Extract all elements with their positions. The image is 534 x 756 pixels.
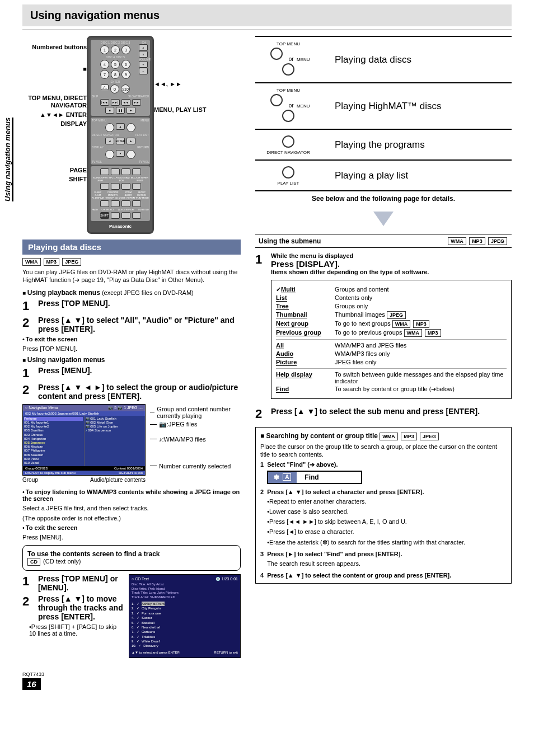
remote-brand: Panasonic bbox=[91, 223, 150, 230]
search-box: ■ Searching by content or group title WM… bbox=[255, 427, 512, 584]
mode-title: Playing data discs bbox=[335, 54, 411, 65]
step-text: Press [▲ ▼] to select the sub menu and p… bbox=[271, 407, 512, 416]
step-number: 2 bbox=[22, 383, 38, 397]
remote-diagram: Numbered buttons ■ TOP MENU, DIRECT NAVI… bbox=[22, 36, 241, 234]
enjoy-head: To enjoy listening to WMA/MP3 contents w… bbox=[22, 489, 240, 502]
step-number: 1 bbox=[255, 252, 271, 267]
annot-top: Group and content number currently playi… bbox=[157, 406, 241, 419]
step-text: Press [▲ ▼] to move through the tracks a… bbox=[38, 594, 123, 621]
exit-text: Press [MENU]. bbox=[22, 533, 241, 541]
page-number: 16 bbox=[22, 678, 41, 690]
badge-jpeg: JPEG bbox=[420, 433, 439, 440]
badge-wma: WMA bbox=[22, 258, 41, 266]
remote-label-arrows: ▲▼◄► ENTER bbox=[22, 111, 87, 119]
exit-head: To exit the screen bbox=[26, 524, 78, 531]
annot-bottom: Number currently selected bbox=[159, 463, 231, 469]
step-text: Press [▲ ▼] to select "All", "Audio" or … bbox=[38, 316, 241, 334]
submenu-item-desc: WMA/MP3 files only bbox=[335, 350, 507, 357]
submenu-item-label: Previous group bbox=[276, 329, 335, 336]
enjoy-l2: (The opposite order is not effective.) bbox=[22, 514, 241, 522]
badge-mp3: MP3 bbox=[44, 258, 60, 266]
submenu-item-desc: To go to next groups WMA MP3 bbox=[335, 320, 507, 328]
badge-wma: WMA bbox=[448, 237, 466, 245]
submenu-item-label: Tree bbox=[276, 303, 335, 310]
step-text: Press [▲ ▼ ◄ ►] to select the group or a… bbox=[38, 383, 241, 401]
submenu-item-label: Help display bbox=[276, 371, 335, 378]
see-below-text: See below and the following page for det… bbox=[255, 190, 512, 212]
step-number: 2 bbox=[255, 407, 271, 421]
submenu-item-label: Next group bbox=[276, 320, 335, 327]
submenu-item-label: All bbox=[276, 342, 335, 349]
submenu-item-desc: To go to previous groups WMA MP3 bbox=[335, 329, 507, 337]
badge-jpeg: JPEG bbox=[488, 237, 507, 245]
intro-paragraph: You can play JPEG files on DVD-RAM or pl… bbox=[22, 268, 241, 284]
remote-label-shift: SHIFT bbox=[22, 176, 87, 183]
format-badges: WMA MP3 JPEG bbox=[22, 258, 241, 266]
menu-button-icon bbox=[282, 110, 294, 122]
camera-icon: 📷 bbox=[159, 421, 167, 428]
page-title: Using navigation menus bbox=[22, 4, 512, 26]
remote-label-stop: ■ bbox=[22, 65, 87, 73]
step-text: Press [MENU]. bbox=[38, 366, 241, 375]
badge-wma: WMA bbox=[380, 433, 398, 440]
submenu-options-box: ✓MultiGroups and contentListContents onl… bbox=[271, 280, 512, 399]
menu-button-icon bbox=[282, 63, 294, 76]
submenu-item-label: List bbox=[276, 294, 335, 302]
footer-code: RQT7433 bbox=[22, 672, 512, 677]
submenu-item-label: Audio bbox=[276, 350, 335, 358]
find-widget: ✽A Find bbox=[267, 471, 362, 484]
submenu-step1-l3: Items shown differ depending on the type… bbox=[271, 269, 512, 275]
badge-jpeg: JPEG bbox=[62, 258, 81, 266]
subhead-playback-menus: Using playback menus (except JPEG files … bbox=[22, 289, 241, 297]
submenu-item-desc: To search by content or group title (➔be… bbox=[335, 386, 507, 393]
mode-title: Playing a play list bbox=[335, 170, 408, 181]
annot-wma: :WMA/MP3 files bbox=[162, 436, 206, 443]
find-label: Find bbox=[297, 472, 326, 483]
submenu-item-desc: Groups and content bbox=[335, 286, 507, 293]
step-text: Press [TOP MENU]. bbox=[38, 299, 241, 308]
submenu-item-desc: Groups only bbox=[335, 303, 507, 309]
play-list-button-icon bbox=[282, 166, 294, 179]
badge-cd: CD bbox=[27, 558, 40, 566]
submenu-item-label: ✓Multi bbox=[276, 286, 335, 293]
step-number: 1 bbox=[22, 299, 38, 313]
remote-label-display: DISPLAY bbox=[22, 120, 87, 128]
search-title: Searching by content or group title bbox=[266, 432, 378, 440]
remote-label-numbered: Numbered buttons bbox=[22, 44, 87, 51]
badge-mp3: MP3 bbox=[401, 433, 417, 440]
cd-box-head: To use the contents screen to find a tra… bbox=[27, 550, 236, 558]
step-number: 1 bbox=[22, 574, 38, 589]
remote-label-seek: ◄◄, ►► bbox=[154, 81, 207, 87]
submenu-item-desc: Contents only bbox=[335, 294, 507, 301]
subhead-nav-menus: Using navigation menus bbox=[22, 356, 241, 364]
arrow-down-icon bbox=[373, 212, 394, 226]
divider bbox=[22, 30, 512, 30]
remote-body: DISC 1DISC 2DISC 3 123 DISC 4DISC 5 456 … bbox=[87, 36, 154, 234]
navigation-menu-widget: ○ Navigation Menu 📷 5 📷 1 JPEG .... 002 … bbox=[22, 404, 146, 476]
remote-label-menu: MENU, PLAY LIST bbox=[154, 106, 207, 113]
submenu-item-label: Find bbox=[276, 386, 335, 393]
submenu-title: Using the submenu bbox=[259, 237, 321, 245]
submenu-item-label: Thumbnail bbox=[276, 311, 335, 318]
submenu-item-desc: WMA/MP3 and JPEG files bbox=[335, 342, 507, 349]
search-intro: Place the cursor on the group title to s… bbox=[260, 443, 507, 459]
remote-label-topmenu: TOP MENU, DIRECT NAVIGATOR bbox=[22, 95, 87, 109]
submenu-item-desc: JPEG files only bbox=[335, 359, 507, 365]
mode-rows: TOP MENU or MENU Playing data discs TOP … bbox=[255, 36, 512, 190]
cd-text-box: To use the contents screen to find a tra… bbox=[22, 545, 241, 571]
direct-navigator-button-icon bbox=[282, 135, 294, 148]
cd-tip: Press [SHIFT] + [PAGE] to skip 10 lines … bbox=[29, 623, 116, 637]
submenu-item-desc: To switch between guide messages and the… bbox=[335, 371, 507, 384]
step-number: 2 bbox=[22, 594, 38, 609]
top-menu-button-icon bbox=[270, 94, 283, 106]
annot-jpeg: :JPEG files bbox=[167, 421, 197, 428]
submenu-step1-l1: While the menu is displayed bbox=[271, 252, 512, 259]
remote-label-page: PAGE bbox=[22, 167, 87, 174]
badge-mp3: MP3 bbox=[469, 237, 485, 245]
submenu-step1-l2: Press [DISPLAY]. bbox=[271, 259, 512, 269]
mode-title: Playing HighMAT™ discs bbox=[335, 101, 442, 112]
cd-text-screen: ○ CD Text💿 1/23 0:01 Disc Title: All By … bbox=[129, 574, 241, 658]
exit-note: Press [TOP MENU]. bbox=[22, 345, 241, 353]
mode-title: Playing the programs bbox=[335, 139, 425, 151]
label-contents: Audio/picture contents bbox=[90, 477, 146, 483]
